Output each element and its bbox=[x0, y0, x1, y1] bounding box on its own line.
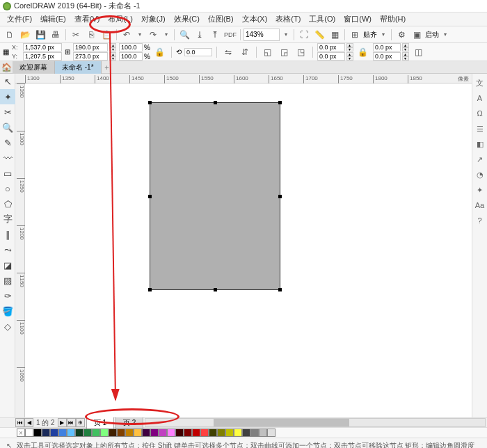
page-tab-2[interactable]: 页 2 bbox=[115, 417, 143, 429]
no-color-swatch[interactable]: × bbox=[17, 429, 25, 437]
options-icon[interactable]: ⚙ bbox=[394, 28, 408, 42]
handle-mr[interactable] bbox=[278, 195, 282, 198]
color-swatch[interactable] bbox=[150, 429, 159, 437]
color-swatch[interactable] bbox=[42, 429, 50, 437]
undo-icon[interactable]: ↶ bbox=[120, 28, 134, 42]
color-swatch[interactable] bbox=[259, 429, 267, 437]
rotation-input[interactable] bbox=[184, 48, 212, 56]
polygon-tool-icon[interactable]: ⬠ bbox=[0, 196, 15, 211]
color-swatch[interactable] bbox=[67, 429, 75, 437]
handle-tl[interactable] bbox=[148, 101, 152, 104]
color-swatch[interactable] bbox=[58, 429, 67, 437]
fill-tool-icon[interactable]: 🪣 bbox=[0, 303, 15, 319]
canvas[interactable] bbox=[25, 83, 472, 417]
new-tab-button[interactable]: + bbox=[102, 63, 113, 72]
color-swatch[interactable] bbox=[100, 429, 109, 437]
transparency-tool-icon[interactable]: ▨ bbox=[0, 273, 15, 288]
color-swatch[interactable] bbox=[250, 429, 259, 437]
launch-icon[interactable]: ▣ bbox=[410, 28, 424, 42]
ellipse-tool-icon[interactable]: ○ bbox=[0, 181, 15, 196]
ol4-stepper[interactable]: ▴▾ bbox=[402, 52, 409, 61]
undo-dropdown-icon[interactable]: ▾ bbox=[135, 29, 145, 41]
ruler-icon[interactable]: 📏 bbox=[312, 28, 326, 42]
menu-effects[interactable]: 效果(C) bbox=[170, 13, 204, 26]
handle-bm[interactable] bbox=[214, 288, 217, 291]
effects-panel-icon[interactable]: ✦ bbox=[474, 184, 486, 196]
y-input[interactable] bbox=[23, 52, 62, 61]
wrap-icon[interactable]: ◫ bbox=[412, 45, 426, 59]
fullscreen-icon[interactable]: ⛶ bbox=[297, 28, 311, 42]
outline-tool-icon[interactable]: ◇ bbox=[0, 319, 15, 334]
launch-dropdown-icon[interactable]: ▾ bbox=[440, 29, 450, 41]
width-input[interactable] bbox=[73, 43, 108, 51]
styles-panel-icon[interactable]: Aa bbox=[474, 199, 486, 211]
crop-tool-icon[interactable]: ✂ bbox=[0, 104, 15, 120]
horizontal-ruler[interactable]: 1300 1350 1400 1450 1500 1550 1600 1650 … bbox=[15, 74, 472, 83]
paste-icon[interactable]: 📋 bbox=[99, 28, 113, 42]
menu-tools[interactable]: 工具(O) bbox=[305, 13, 340, 26]
color-panel-icon[interactable]: ◔ bbox=[474, 168, 486, 181]
redo-icon[interactable]: ↷ bbox=[146, 28, 160, 42]
parallel-tool-icon[interactable]: ∥ bbox=[0, 227, 15, 242]
color-swatch[interactable] bbox=[83, 429, 92, 437]
shape-tool-icon[interactable]: ✦ bbox=[0, 89, 15, 104]
color-swatch[interactable] bbox=[50, 429, 58, 437]
color-swatch[interactable] bbox=[117, 429, 125, 437]
layers-panel-icon[interactable]: ☰ bbox=[474, 122, 486, 135]
transform-panel-icon[interactable]: ↗ bbox=[474, 153, 486, 166]
pick-tool-icon[interactable]: ↖ bbox=[0, 74, 15, 89]
redo-dropdown-icon[interactable]: ▾ bbox=[161, 29, 171, 41]
menu-view[interactable]: 查看(V) bbox=[70, 13, 104, 26]
color-swatch[interactable] bbox=[92, 429, 100, 437]
next-page-button[interactable]: ▶ bbox=[58, 418, 67, 427]
align-panel-icon[interactable]: A bbox=[474, 92, 486, 104]
outline3-input[interactable] bbox=[373, 43, 401, 51]
handle-br[interactable] bbox=[278, 288, 282, 291]
color-swatch[interactable] bbox=[25, 429, 33, 437]
print-icon[interactable]: 🖶 bbox=[49, 28, 63, 42]
launch-label[interactable]: 启动 bbox=[425, 30, 439, 40]
width-stepper[interactable]: ▴▾ bbox=[109, 43, 116, 51]
scaley-input[interactable] bbox=[119, 52, 143, 61]
handle-tr[interactable] bbox=[278, 101, 282, 104]
color-swatch[interactable] bbox=[192, 429, 200, 437]
outline2-input[interactable] bbox=[317, 52, 345, 61]
text-tool-icon[interactable]: 字 bbox=[0, 211, 15, 227]
snap-dropdown-icon[interactable]: ▾ bbox=[378, 29, 388, 41]
horizontal-scrollbar[interactable] bbox=[145, 418, 486, 427]
selected-rectangle[interactable] bbox=[150, 102, 280, 290]
zoom-input[interactable] bbox=[244, 29, 280, 41]
menu-object[interactable]: 对象(J) bbox=[137, 13, 170, 26]
color-swatch[interactable] bbox=[242, 429, 250, 437]
corner3-icon[interactable]: ◳ bbox=[294, 45, 308, 59]
color-swatch[interactable] bbox=[142, 429, 150, 437]
connector-tool-icon[interactable]: ⤳ bbox=[0, 242, 15, 257]
tab-welcome[interactable]: 欢迎屏幕 bbox=[13, 61, 55, 74]
handle-bl[interactable] bbox=[148, 288, 152, 291]
color-swatch[interactable] bbox=[167, 429, 175, 437]
corner2-icon[interactable]: ◲ bbox=[278, 45, 292, 59]
objects-panel-icon[interactable]: ◧ bbox=[474, 138, 486, 150]
menu-text[interactable]: 文本(X) bbox=[238, 13, 272, 26]
color-swatch[interactable] bbox=[159, 429, 167, 437]
ol3-stepper[interactable]: ▴▾ bbox=[402, 43, 409, 51]
eyedropper-tool-icon[interactable]: ✑ bbox=[0, 288, 15, 303]
add-page-button[interactable]: ⊕ bbox=[76, 418, 85, 427]
last-page-button[interactable]: ⏭ bbox=[67, 418, 76, 427]
export-icon[interactable]: ⤒ bbox=[208, 28, 222, 42]
outline4-input[interactable] bbox=[373, 52, 401, 61]
color-swatch[interactable] bbox=[217, 429, 225, 437]
menu-bitmap[interactable]: 位图(B) bbox=[204, 13, 238, 26]
menu-window[interactable]: 窗口(W) bbox=[340, 13, 376, 26]
color-swatch[interactable] bbox=[33, 429, 42, 437]
hints-panel-icon[interactable]: ? bbox=[474, 214, 486, 227]
ol1-stepper[interactable]: ▴▾ bbox=[346, 43, 353, 51]
rectangle-tool-icon[interactable]: ▭ bbox=[0, 166, 15, 181]
color-swatch[interactable] bbox=[225, 429, 234, 437]
scalex-input[interactable] bbox=[119, 43, 143, 51]
import-icon[interactable]: ⤓ bbox=[193, 28, 207, 42]
color-swatch[interactable] bbox=[109, 429, 117, 437]
corner-icon[interactable]: ◱ bbox=[261, 45, 275, 59]
scrollbar-thumb[interactable] bbox=[214, 419, 349, 426]
artistic-tool-icon[interactable]: 〰 bbox=[0, 150, 15, 166]
